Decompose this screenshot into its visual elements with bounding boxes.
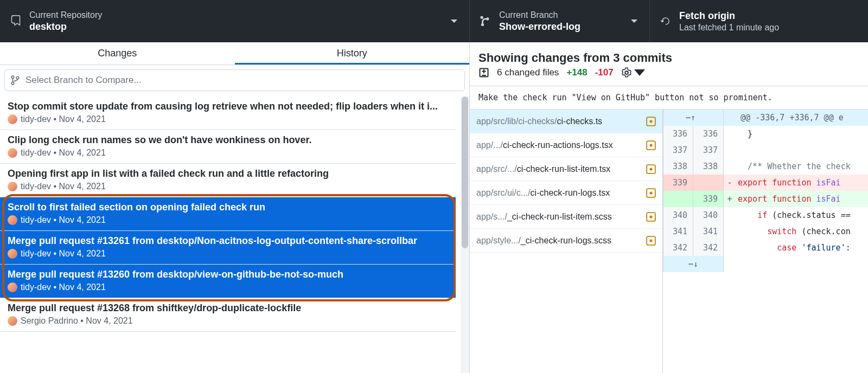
history-panel: Changes History Select Branch to Compare… xyxy=(0,42,470,373)
file-path: app/s.../_ci-check-run-list-item.scss xyxy=(476,212,642,222)
diff-line[interactable]: .339+export function isFai xyxy=(663,191,868,207)
avatar xyxy=(8,148,17,158)
commit-date: Nov 4, 2021 xyxy=(59,215,106,225)
avatar xyxy=(8,182,17,191)
branch-icon xyxy=(480,15,492,27)
hunk-header[interactable]: ⋯↑ @@ -336,7 +336,7 @@ e xyxy=(663,110,868,126)
branch-compare-selector[interactable]: Select Branch to Compare... xyxy=(4,69,465,91)
tab-changes[interactable]: Changes xyxy=(0,42,235,65)
avatar xyxy=(8,249,17,259)
diff-line[interactable]: 336336 } xyxy=(663,126,868,142)
diff-view: ⋯↑ @@ -336,7 +336,7 @@ e336336 }337337 3… xyxy=(663,110,868,373)
changes-summary: 6 changed files +148 -107 xyxy=(470,67,868,86)
scrollbar-thumb[interactable] xyxy=(462,97,468,248)
changed-files-list: app/src/lib/ci-checks/ci-checks.tsapp/..… xyxy=(470,110,663,373)
diff-panel: Showing changes from 3 commits 6 changed… xyxy=(470,42,868,373)
commit-title: Merge pull request #13268 from shiftkey/… xyxy=(8,303,448,314)
svg-point-13 xyxy=(649,215,652,218)
commit-author: tidy-dev xyxy=(21,114,51,124)
commit-list: Stop commit store update from causing lo… xyxy=(0,97,469,373)
left-tabs: Changes History xyxy=(0,42,469,65)
svg-point-15 xyxy=(649,239,652,242)
hunk-text: @@ -336,7 +336,7 @@ e xyxy=(724,110,844,126)
avatar xyxy=(8,282,17,292)
top-toolbar: Current Repository desktop Current Branc… xyxy=(0,0,868,42)
tab-history[interactable]: History xyxy=(235,42,470,65)
branch-compare-placeholder: Select Branch to Compare... xyxy=(25,75,142,86)
diff-line[interactable]: 340340 if (check.status == xyxy=(663,207,868,223)
diff-line[interactable]: 339.-export function isFai xyxy=(663,175,868,191)
file-row[interactable]: app/src/.../ci-check-run-list-item.tsx xyxy=(470,157,662,181)
branch-label: Current Branch xyxy=(499,10,580,20)
changed-files-count: 6 changed files xyxy=(497,67,559,78)
modified-icon xyxy=(646,188,656,198)
branch-name: Show-errored-log xyxy=(499,21,580,33)
svg-point-9 xyxy=(649,168,652,170)
svg-point-1 xyxy=(11,82,14,85)
commit-row[interactable]: Opening first app in list with a failed … xyxy=(0,164,456,197)
modified-icon xyxy=(646,164,656,174)
commit-row[interactable]: Merge pull request #13260 from desktop/v… xyxy=(0,265,456,298)
commit-row[interactable]: Merge pull request #13261 from desktop/N… xyxy=(0,231,456,265)
commit-title: Merge pull request #13260 from desktop/v… xyxy=(8,269,448,280)
repo-selector[interactable]: Current Repository desktop xyxy=(0,0,470,42)
gear-icon xyxy=(621,67,632,78)
fetch-status: Last fetched 1 minute ago xyxy=(679,23,779,33)
branch-selector[interactable]: Current Branch Show-errored-log xyxy=(470,0,650,42)
file-row[interactable]: app/src/ui/c.../ci-check-run-logs.tsx xyxy=(470,181,662,205)
commit-message: Make the check run "View on GitHub" butt… xyxy=(470,86,868,110)
commit-meta: tidy-dev • Nov 4, 2021 xyxy=(8,148,448,158)
fetch-button[interactable]: Fetch origin Last fetched 1 minute ago xyxy=(650,0,868,42)
commit-date: Nov 4, 2021 xyxy=(59,182,106,191)
avatar xyxy=(8,215,17,225)
file-row[interactable]: app/style.../_ci-check-run-logs.scss xyxy=(470,229,662,253)
commit-author: tidy-dev xyxy=(21,282,51,292)
additions-count: +148 xyxy=(566,67,587,78)
sync-icon xyxy=(660,15,672,27)
modified-icon xyxy=(646,117,656,126)
commit-date: Nov 4, 2021 xyxy=(59,114,106,124)
modified-icon xyxy=(646,236,656,246)
commit-meta: tidy-dev • Nov 4, 2021 xyxy=(8,215,448,225)
diff-settings-button[interactable] xyxy=(621,67,645,78)
modified-icon xyxy=(646,140,656,150)
repo-label: Current Repository xyxy=(29,10,102,20)
diff-line[interactable]: 337337 xyxy=(663,142,868,158)
commit-meta: tidy-dev • Nov 4, 2021 xyxy=(8,114,448,124)
commit-date: Nov 4, 2021 xyxy=(59,148,106,158)
commit-row[interactable]: Merge pull request #13268 from shiftkey/… xyxy=(0,298,456,332)
commit-row[interactable]: Clip long check run names so we don't ha… xyxy=(0,130,456,164)
file-row[interactable]: app/.../ci-check-run-actions-logs.tsx xyxy=(470,133,662,157)
diff-line[interactable]: 342342 case 'failure': xyxy=(663,240,868,256)
scrollbar[interactable] xyxy=(461,97,469,373)
file-path: app/style.../_ci-check-run-logs.scss xyxy=(476,236,642,246)
caret-down-icon xyxy=(451,20,457,23)
changes-heading: Showing changes from 3 commits xyxy=(470,42,868,67)
file-path: app/.../ci-check-run-actions-logs.tsx xyxy=(476,140,642,150)
commit-row[interactable]: Stop commit store update from causing lo… xyxy=(0,97,456,130)
diff-line[interactable]: 341341 switch (check.con xyxy=(663,223,868,240)
commit-title: Scroll to first failed section on openin… xyxy=(8,202,448,213)
file-diff-icon xyxy=(478,67,489,78)
commit-title: Opening first app in list with a failed … xyxy=(8,168,448,179)
commit-meta: tidy-dev • Nov 4, 2021 xyxy=(8,182,448,191)
svg-point-11 xyxy=(649,191,652,194)
diff-line[interactable]: 338338 /** Whether the check xyxy=(663,158,868,175)
file-row[interactable]: app/s.../_ci-check-run-list-item.scss xyxy=(470,205,662,229)
expand-hunk-down[interactable]: ⋯↓ xyxy=(663,256,724,272)
commit-title: Clip long check run names so we don't ha… xyxy=(8,134,448,146)
avatar xyxy=(8,114,17,124)
repo-icon xyxy=(10,15,22,27)
commit-author: tidy-dev xyxy=(21,215,51,225)
avatar xyxy=(8,316,17,326)
commit-meta: tidy-dev • Nov 4, 2021 xyxy=(8,249,448,259)
svg-point-5 xyxy=(649,120,652,123)
file-row[interactable]: app/src/lib/ci-checks/ci-checks.ts xyxy=(470,110,662,133)
caret-down-icon xyxy=(631,20,637,23)
fetch-label: Fetch origin xyxy=(679,10,779,22)
repo-name: desktop xyxy=(29,21,102,33)
commit-meta: tidy-dev • Nov 4, 2021 xyxy=(8,282,448,292)
caret-down-icon xyxy=(634,67,645,78)
commit-row[interactable]: Scroll to first failed section on openin… xyxy=(0,197,456,231)
commit-author: tidy-dev xyxy=(21,249,51,259)
